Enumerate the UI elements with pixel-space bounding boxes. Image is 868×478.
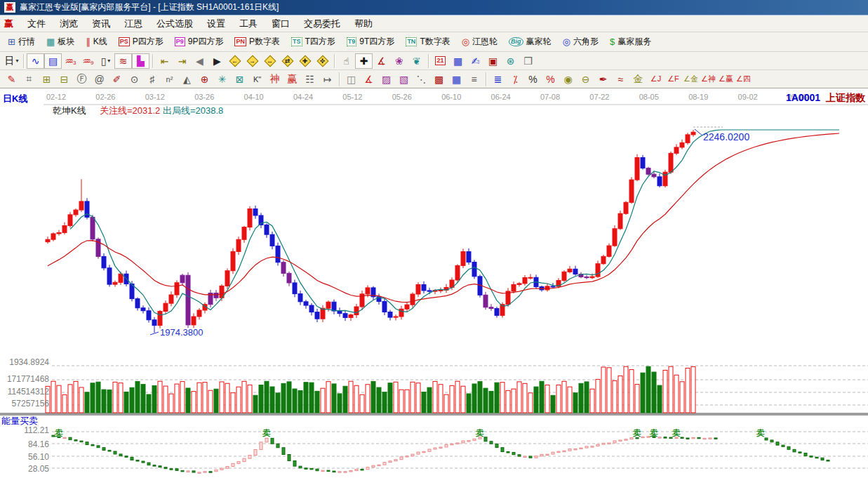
winner-service-button[interactable]: $赢家服务	[605, 34, 656, 49]
percent-line-tool[interactable]: %	[542, 72, 559, 87]
grid-red-tool[interactable]: ▩	[430, 72, 448, 87]
menu-item-formula-picker[interactable]: 公式选股	[149, 16, 200, 32]
web-box-tool[interactable]: ⊠	[231, 72, 248, 87]
t9-square-button[interactable]: T99T四方形	[342, 34, 400, 49]
web-sync-tool[interactable]: ⊛	[502, 53, 519, 69]
winner-wheel-button[interactable]: Big赢家轮	[504, 34, 556, 49]
ruler-123-tool[interactable]: ☷	[301, 72, 319, 87]
volume-profile-toggle[interactable]: ▙	[132, 53, 149, 69]
period-label: 日K线	[3, 93, 27, 105]
gann-pen-tool[interactable]: ✎	[3, 72, 20, 87]
expand-horizontal-button[interactable]: ↔	[261, 53, 279, 69]
calculator-tool[interactable]: ▦	[449, 53, 467, 69]
dropdown-caret-icon: ▾	[15, 58, 18, 64]
span-arrow-tool[interactable]: ↦	[319, 72, 336, 87]
angle-measure-tool[interactable]: ∡	[373, 53, 390, 69]
ying-grid-tool[interactable]: 赢	[283, 72, 301, 87]
si-angle-tool[interactable]: ∠四	[735, 72, 752, 87]
gold-circle-tool[interactable]: ◉	[559, 72, 577, 87]
shen-angle-tool[interactable]: ∠神	[700, 72, 717, 87]
calendar-tool[interactable]: 21	[432, 53, 449, 69]
chart-canvas[interactable]: 02-1202-2603-1203-2604-1004-2405-1205-26…	[0, 89, 868, 478]
p-number-table-button[interactable]: PNP数字表	[229, 34, 285, 49]
wave-band-tool[interactable]: ≈	[612, 72, 629, 87]
crosshair-tool[interactable]: ✚	[355, 53, 373, 69]
hexagon-button[interactable]: ◎六角形	[558, 34, 603, 49]
jump-first-button[interactable]: ⇤	[156, 53, 173, 69]
restore-view-button[interactable]: ✜	[314, 53, 331, 69]
comb-ruler-tool[interactable]: ♯	[143, 72, 161, 87]
cycle-3-bars-tool[interactable]: ♒3	[62, 53, 79, 69]
menu-item-news[interactable]: 资讯	[85, 16, 117, 32]
single-candle-selector[interactable]: ▯▾	[97, 53, 114, 69]
compress-horizontal-button[interactable]: ⇄	[279, 53, 296, 69]
menu-item-tools[interactable]: 工具	[232, 16, 265, 32]
flower-tool[interactable]: ❀	[390, 53, 408, 69]
gann-shape-tool[interactable]: ∿	[27, 53, 44, 69]
menu-item-browse[interactable]: 浏览	[53, 16, 85, 32]
f-grid-tool[interactable]: Ⓕ	[73, 72, 91, 87]
t-number-table-button[interactable]: TNT数字表	[401, 34, 455, 49]
window-box-tool[interactable]: ◫	[342, 72, 360, 87]
menu-item-window[interactable]: 窗口	[265, 16, 297, 32]
pan-hand-tool-icon: ☝	[343, 55, 349, 67]
fan-box-tool[interactable]: ▨	[378, 72, 395, 87]
fan-box2-tool[interactable]: ▧	[395, 72, 413, 87]
period-day-selector[interactable]: 日▾	[3, 53, 20, 69]
menu-item-trade[interactable]: 交易委托	[297, 16, 347, 32]
gann-wheel-button[interactable]: ◎江恩轮	[457, 34, 502, 49]
p-square-button[interactable]: PSP四方形	[114, 34, 168, 49]
t-square-button[interactable]: TST四方形	[286, 34, 340, 49]
cycle-9-bars-tool[interactable]: ♒9	[79, 53, 97, 69]
step-back-button[interactable]: ◀	[191, 53, 208, 69]
info-note-tool[interactable]: ▤	[44, 53, 62, 69]
n-square-tool[interactable]: n²	[161, 72, 178, 87]
chart-area[interactable]: 02-1202-2603-1203-2604-1004-2405-1205-26…	[0, 89, 868, 478]
gann-target-tool-icon: ⊕	[201, 74, 209, 85]
tick-ruler-tool[interactable]: ⌗	[20, 72, 38, 87]
parallel-lines-tool[interactable]: ≡	[465, 72, 483, 87]
jump-last-button[interactable]: ⇥	[173, 53, 191, 69]
star-web-tool[interactable]: ✳	[213, 72, 231, 87]
print-tool[interactable]: ❒	[519, 53, 537, 69]
menu-item-gann[interactable]: 江恩	[117, 16, 149, 32]
ying-angle-tool[interactable]: ∠赢	[717, 72, 735, 87]
sectors-button[interactable]: ▦板块	[41, 34, 79, 49]
k-count-tool[interactable]: K"	[248, 72, 266, 87]
mirror-angle-tool[interactable]: ◭	[178, 72, 196, 87]
pan-hand-tool[interactable]: ☝	[338, 53, 355, 69]
zoom-in-button[interactable]: →	[243, 53, 261, 69]
p9-square-button[interactable]: P99P四方形	[170, 34, 229, 49]
cloud-tool[interactable]: ❦	[408, 53, 425, 69]
time-circle-tool[interactable]: ⊙	[126, 72, 143, 87]
expand-all-button[interactable]: ✚	[296, 53, 314, 69]
percent-tool[interactable]: %	[524, 72, 542, 87]
level-steps-tool[interactable]: ≣	[489, 72, 507, 87]
gann-target-tool[interactable]: ⊕	[196, 72, 213, 87]
f-angle-tool[interactable]: ∠F	[665, 72, 682, 87]
spiral-tool[interactable]: @	[91, 72, 108, 87]
ink-brush-tool[interactable]: ✒	[594, 72, 612, 87]
menu-item-help[interactable]: 帮助	[347, 16, 380, 32]
gold-band-tool[interactable]: 金	[629, 72, 647, 87]
marker-pen-tool[interactable]: ✐	[108, 72, 126, 87]
zoom-out-button[interactable]: ←	[226, 53, 243, 69]
red-fan-tool[interactable]: ∡	[360, 72, 378, 87]
gold-gate-tool[interactable]: ⊞	[38, 72, 55, 87]
save-tool[interactable]: ▣	[484, 53, 502, 69]
menu-item-file[interactable]: 文件	[20, 16, 53, 32]
step-forward-button[interactable]: ▶	[208, 53, 226, 69]
menu-item-settings[interactable]: 设置	[200, 16, 232, 32]
dotted-fan-tool[interactable]: ⋱	[413, 72, 430, 87]
percent-retrace-tool[interactable]: ⁒	[507, 72, 524, 87]
gold-gate2-tool[interactable]: ⊟	[55, 72, 73, 87]
shen-grid-tool[interactable]: 神	[266, 72, 283, 87]
memo-tool[interactable]: ✍	[467, 53, 484, 69]
qiankun-kline-toggle[interactable]: ≋	[114, 53, 132, 69]
kline-button[interactable]: ∥K线	[81, 34, 112, 49]
gold-level-tool[interactable]: ⊖	[577, 72, 594, 87]
grid-blue-tool[interactable]: ▦	[448, 72, 465, 87]
quotes-button[interactable]: ⊞行情	[3, 34, 40, 49]
gold-angle-tool[interactable]: ∠金	[682, 72, 700, 87]
j-angle-tool[interactable]: ∠J	[647, 72, 665, 87]
